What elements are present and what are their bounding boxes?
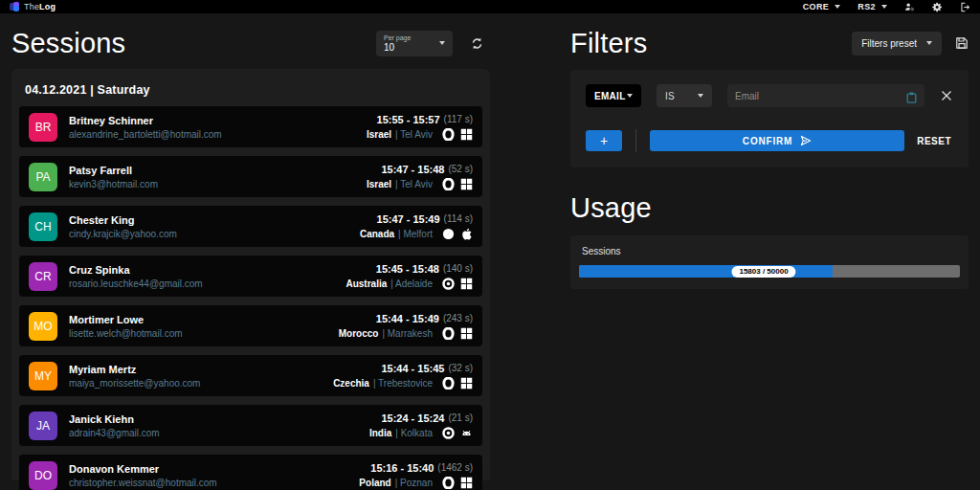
filter-operator-value: IS — [665, 91, 675, 101]
safari-icon — [442, 228, 455, 240]
session-name: Mortimer Lowe — [69, 314, 183, 325]
per-page-label: Per page — [384, 34, 439, 42]
filter-field-value: EMAIL — [594, 91, 626, 101]
windows-icon — [460, 178, 473, 190]
logout-icon[interactable] — [960, 2, 970, 12]
session-country: Morocco — [339, 328, 379, 339]
avatar: JA — [29, 412, 57, 440]
session-row[interactable]: CR Cruz Spinka rosario.leuschke44@gmail.… — [19, 256, 482, 297]
chevron-down-icon — [439, 41, 445, 45]
add-filter-label: + — [600, 134, 608, 147]
session-time: 15:16 - 15:40 — [370, 462, 434, 474]
session-duration: (32 s) — [448, 363, 473, 373]
session-row[interactable]: MY Myriam Mertz maiya_morissette@yahoo.c… — [19, 355, 482, 396]
rs2-select[interactable]: RS2 — [858, 2, 887, 11]
session-icons — [442, 327, 473, 340]
session-city: | Tel Aviv — [395, 129, 433, 140]
session-country: Canada — [360, 229, 394, 239]
session-duration: (21 s) — [448, 412, 473, 423]
filters-preset-select[interactable]: Filters preset — [852, 32, 942, 56]
session-row[interactable]: DO Donavon Kemmer christopher.weissnat@h… — [19, 455, 482, 490]
avatar: CR — [29, 262, 57, 291]
core-select-label: CORE — [803, 2, 830, 11]
opera-icon — [442, 178, 455, 190]
session-icons — [442, 278, 473, 290]
session-city: | Poznan — [395, 478, 433, 488]
add-filter-button[interactable]: + — [586, 130, 622, 151]
avatar: MO — [29, 312, 57, 341]
avatar: CH — [29, 212, 57, 241]
session-city: | Tel Aviv — [395, 179, 433, 189]
chrome-icon — [442, 427, 455, 439]
manage-accounts-icon[interactable] — [904, 2, 915, 12]
apple-icon — [460, 228, 473, 240]
brand-the: The — [24, 2, 39, 11]
session-email: rosario.leuschke44@gmail.com — [69, 278, 203, 289]
session-time: 15:44 - 15:49 — [376, 313, 439, 324]
session-name: Janick Kiehn — [69, 413, 160, 425]
session-icons — [442, 228, 473, 240]
avatar: PA — [29, 163, 57, 191]
session-email: kevin3@hotmail.com — [69, 179, 158, 189]
usage-progress-label: 15803 / 50000 — [731, 266, 795, 278]
session-country: Israel — [367, 179, 391, 189]
session-time: 15:24 - 15:24 — [381, 412, 444, 424]
session-name: Chester King — [69, 214, 177, 226]
session-email: cindy.krajcik@yahoo.com — [69, 229, 177, 239]
session-name: Cruz Spinka — [69, 264, 203, 276]
session-country: Israel — [367, 129, 391, 140]
session-row[interactable]: PA Patsy Farrell kevin3@hotmail.com 15:4… — [19, 156, 482, 197]
filter-operator-select[interactable]: IS — [657, 84, 712, 107]
filters-panel: EMAIL IS — [570, 70, 969, 167]
confirm-label: CONFIRM — [743, 136, 792, 146]
session-city: | Melfort — [398, 229, 433, 239]
session-duration: (117 s) — [444, 114, 473, 124]
android-icon — [460, 427, 473, 439]
session-duration: (140 s) — [443, 263, 473, 274]
session-row[interactable]: JA Janick Kiehn adrain43@gmail.com 15:24… — [19, 405, 482, 446]
session-country: Poland — [359, 478, 390, 488]
settings-gear-icon[interactable] — [932, 2, 943, 12]
opera-icon — [442, 377, 455, 390]
refresh-icon[interactable] — [470, 36, 484, 51]
session-icons — [442, 128, 473, 141]
session-duration: (1462 s) — [437, 462, 473, 473]
save-preset-icon[interactable] — [955, 36, 969, 50]
opera-icon — [442, 327, 455, 340]
session-email: adrain43@gmail.com — [69, 428, 160, 438]
session-row[interactable]: CH Chester King cindy.krajcik@yahoo.com … — [19, 206, 482, 247]
brand-log: Log — [39, 2, 56, 11]
paste-icon[interactable] — [906, 90, 917, 101]
brand[interactable]: TheLog — [10, 2, 56, 11]
reset-label: RESET — [917, 136, 951, 146]
session-email: alexandrine_bartoletti@hotmail.com — [69, 129, 222, 140]
reset-button[interactable]: RESET — [915, 136, 953, 146]
filter-value-input[interactable] — [735, 91, 901, 101]
app-logo-icon — [10, 2, 19, 11]
session-name: Patsy Farrell — [69, 165, 158, 176]
per-page-select[interactable]: Per page 10 — [376, 31, 453, 56]
session-name: Britney Schinner — [69, 115, 222, 126]
session-list: BR Britney Schinner alexandrine_bartolet… — [19, 106, 482, 490]
session-city: | Marrakesh — [382, 328, 433, 339]
chevron-down-icon — [835, 5, 840, 9]
session-duration: (114 s) — [444, 213, 473, 224]
core-select[interactable]: CORE — [803, 2, 841, 11]
filter-field-select[interactable]: EMAIL — [586, 84, 641, 107]
session-name: Myriam Mertz — [69, 364, 200, 375]
session-name: Donavon Kemmer — [69, 463, 217, 475]
session-time: 15:45 - 15:48 — [376, 263, 439, 275]
windows-icon — [460, 278, 473, 290]
session-icons — [442, 377, 473, 390]
remove-filter-icon[interactable] — [940, 89, 953, 102]
chrome-icon — [442, 278, 455, 290]
session-row[interactable]: BR Britney Schinner alexandrine_bartolet… — [19, 106, 482, 147]
session-row[interactable]: MO Mortimer Lowe lisette.welch@hotmail.c… — [19, 305, 482, 346]
session-country: Czechia — [333, 378, 369, 389]
avatar: DO — [29, 461, 57, 490]
session-duration: (243 s) — [443, 313, 473, 323]
confirm-button[interactable]: CONFIRM — [650, 130, 904, 151]
session-duration: (52 s) — [448, 164, 473, 174]
session-time: 15:47 - 15:48 — [381, 164, 444, 175]
divider — [635, 129, 636, 152]
